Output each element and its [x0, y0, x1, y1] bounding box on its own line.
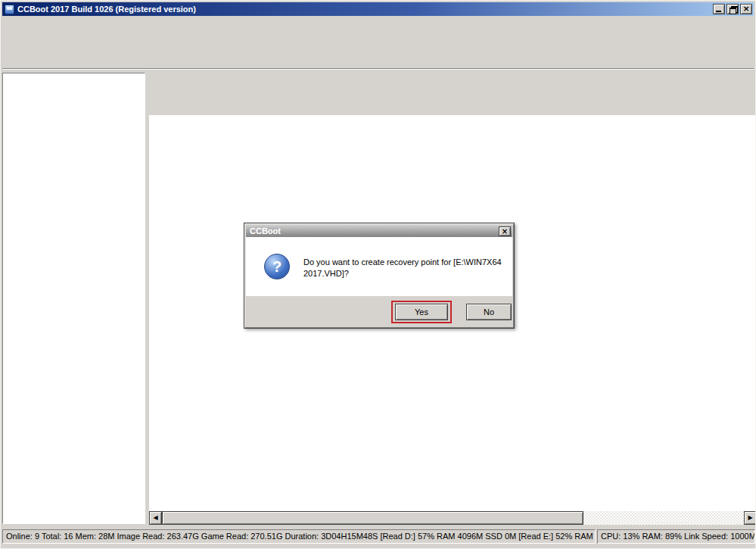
window-close-button[interactable] — [740, 4, 752, 14]
sidebar-tree — [2, 73, 145, 524]
dialog-title: CCBoot — [250, 226, 499, 236]
dialog-close-icon[interactable] — [499, 226, 511, 236]
title-bar: CCBoot 2017 Build 1026 (Registered versi… — [2, 2, 754, 16]
scroll-right-button[interactable]: ▶ — [744, 511, 756, 525]
no-button[interactable]: No — [466, 304, 512, 320]
dialog-message: Do you want to create recovery point for… — [303, 257, 506, 279]
client-toolbar — [149, 73, 754, 102]
yes-button[interactable]: Yes — [395, 304, 448, 320]
window-title: CCBoot 2017 Build 1026 (Registered versi… — [17, 5, 713, 14]
status-bar: Online: 9 Total: 16 Mem: 28M Image Read:… — [1, 526, 756, 548]
minimize-button[interactable] — [713, 4, 725, 14]
question-icon: ? — [264, 254, 290, 279]
horizontal-scrollbar[interactable]: ◀ ▶ — [149, 511, 756, 525]
restore-button[interactable] — [726, 4, 739, 14]
dialog-buttons: Yes No — [246, 295, 512, 326]
status-summary: Online: 9 Total: 16 Mem: 28M Image Read:… — [2, 529, 596, 544]
ccboot-window: CCBoot 2017 Build 1026 (Registered versi… — [0, 0, 756, 549]
recovery-point-dialog: CCBoot ? Do you want to create recovery … — [244, 223, 515, 329]
scroll-left-button[interactable]: ◀ — [149, 511, 162, 525]
scrollbar-thumb[interactable] — [162, 511, 583, 525]
table-header — [149, 102, 756, 115]
menu-bar — [2, 16, 754, 29]
dialog-body: ? Do you want to create recovery point f… — [246, 237, 512, 296]
status-cpu-ram: CPU: 13% RAM: 89% Link Speed: 1000M — [597, 529, 755, 544]
main-toolbar — [2, 29, 754, 69]
dialog-title-bar: CCBoot — [246, 225, 512, 237]
app-icon — [5, 5, 14, 14]
